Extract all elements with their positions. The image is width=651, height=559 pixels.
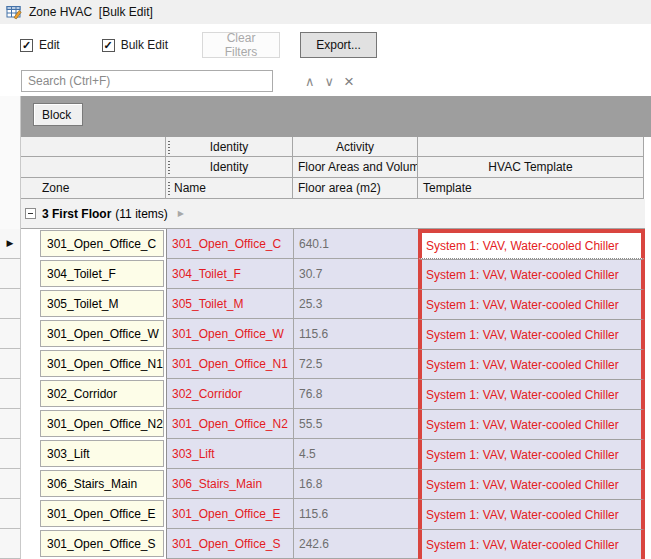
template-cell[interactable]: System 1: VAV, Water-cooled Chiller [418, 409, 645, 439]
table-row: ▶ 302_Corridor 302_Corridor 76.8 System … [0, 379, 651, 409]
edit-checkbox-label: Edit [39, 38, 60, 52]
zone-cell[interactable]: 304_Toilet_F [40, 260, 164, 287]
floor-area-cell[interactable]: 115.6 [293, 319, 418, 349]
group-indent [21, 499, 40, 529]
zone-cell[interactable]: 301_Open_Office_C [40, 230, 164, 257]
clear-filters-button[interactable]: Clear Filters [202, 32, 280, 58]
group-indent [21, 409, 40, 439]
row-selector[interactable]: ▶ [0, 229, 21, 259]
zone-cell[interactable]: 301_Open_Office_E [40, 500, 164, 527]
name-column-header[interactable]: Name [165, 178, 292, 199]
block-group-button[interactable]: Block [33, 103, 83, 126]
table-row: ▶ 301_Open_Office_E 301_Open_Office_E 11… [0, 499, 651, 529]
search-input[interactable] [21, 70, 273, 92]
right-chevron-icon[interactable]: ▶ [178, 209, 184, 218]
name-cell[interactable]: 301_Open_Office_N1 [166, 349, 293, 379]
row-selector[interactable]: ▶ [0, 289, 21, 319]
group-indent [21, 529, 40, 559]
check-icon: ✓ [104, 40, 113, 51]
group-item-count: (11 items) [115, 207, 167, 221]
search-controls: ∧ ∨ × [305, 66, 354, 96]
zone-cell[interactable]: 305_Toilet_M [40, 290, 164, 317]
chevron-up-icon[interactable]: ∧ [305, 75, 315, 88]
zone-cell[interactable]: 303_Lift [40, 440, 164, 467]
group-indent [21, 379, 40, 409]
template-cell[interactable]: System 1: VAV, Water-cooled Chiller [418, 499, 645, 529]
table-row: ▶ 304_Toilet_F 304_Toilet_F 30.7 System … [0, 259, 651, 289]
edit-checkbox[interactable]: ✓ [20, 39, 33, 52]
drag-handle-icon[interactable] [168, 182, 170, 195]
drag-handle-icon[interactable] [168, 141, 170, 154]
template-cell[interactable]: System 1: VAV, Water-cooled Chiller [418, 349, 645, 379]
zone-column-header[interactable]: Zone [21, 178, 165, 199]
zone-cell[interactable]: 301_Open_Office_S [40, 530, 164, 557]
name-cell[interactable]: 305_Toilet_M [166, 289, 293, 319]
row-selector[interactable]: ▶ [0, 349, 21, 379]
template-cell[interactable]: System 1: VAV, Water-cooled Chiller [418, 319, 645, 349]
header-identity-subcategory[interactable]: Identity [165, 157, 292, 178]
row-selector[interactable]: ▶ [0, 529, 21, 559]
close-icon[interactable]: × [344, 73, 354, 90]
drag-handle-icon[interactable] [168, 161, 170, 174]
current-row-arrow-icon: ▶ [7, 239, 14, 248]
template-cell[interactable]: System 1: VAV, Water-cooled Chiller [418, 289, 645, 319]
group-name: 3 First Floor [42, 207, 111, 221]
group-indent [21, 469, 40, 499]
group-indent [21, 229, 40, 259]
floor-area-cell[interactable]: 16.8 [293, 469, 418, 499]
name-cell[interactable]: 301_Open_Office_W [166, 319, 293, 349]
zone-cell[interactable]: 301_Open_Office_N2 [40, 410, 164, 437]
header-activity-category[interactable]: Activity [292, 137, 417, 157]
zone-cell[interactable]: 301_Open_Office_N1 [40, 350, 164, 377]
header-row-columns: Zone Name Floor area (m2) Template [21, 178, 651, 199]
zone-cell[interactable]: 302_Corridor [40, 380, 164, 407]
row-selector[interactable]: ▶ [0, 259, 21, 289]
floor-area-cell[interactable]: 242.6 [293, 529, 418, 559]
template-cell[interactable]: System 1: VAV, Water-cooled Chiller [418, 229, 645, 259]
grouping-band: Block [0, 96, 651, 137]
check-icon: ✓ [22, 40, 31, 51]
header-floor-areas-subcategory[interactable]: Floor Areas and Volum [292, 157, 417, 178]
row-selector[interactable]: ▶ [0, 499, 21, 529]
floor-area-cell[interactable]: 640.1 [293, 229, 418, 259]
template-cell[interactable]: System 1: VAV, Water-cooled Chiller [418, 529, 645, 559]
chevron-down-icon[interactable]: ∨ [325, 75, 335, 88]
floor-area-cell[interactable]: 25.3 [293, 289, 418, 319]
name-cell[interactable]: 303_Lift [166, 439, 293, 469]
floor-area-cell[interactable]: 55.5 [293, 409, 418, 439]
table-row: ▶ 303_Lift 303_Lift 4.5 System 1: VAV, W… [0, 439, 651, 469]
row-selector[interactable]: ▶ [0, 469, 21, 499]
name-cell[interactable]: 302_Corridor [166, 379, 293, 409]
zone-cell[interactable]: 301_Open_Office_W [40, 320, 164, 347]
floor-area-cell[interactable]: 4.5 [293, 439, 418, 469]
row-selector[interactable]: ▶ [0, 439, 21, 469]
floor-area-cell[interactable]: 72.5 [293, 349, 418, 379]
name-cell[interactable]: 301_Open_Office_S [166, 529, 293, 559]
header-identity-category[interactable]: Identity [165, 137, 292, 157]
name-cell[interactable]: 301_Open_Office_C [166, 229, 293, 259]
row-selector[interactable]: ▶ [0, 409, 21, 439]
row-selector[interactable]: ▶ [0, 319, 21, 349]
name-cell[interactable]: 301_Open_Office_E [166, 499, 293, 529]
floor-area-cell[interactable]: 30.7 [293, 259, 418, 289]
table-row: ▶ 305_Toilet_M 305_Toilet_M 25.3 System … [0, 289, 651, 319]
export-button[interactable]: Export... [300, 32, 377, 58]
name-cell[interactable]: 306_Stairs_Main [166, 469, 293, 499]
template-cell[interactable]: System 1: VAV, Water-cooled Chiller [418, 469, 645, 499]
floor-area-cell[interactable]: 115.6 [293, 499, 418, 529]
template-column-header[interactable]: Template [417, 178, 644, 199]
collapse-group-icon[interactable] [25, 208, 36, 219]
header-hvac-template-subcategory[interactable]: HVAC Template [417, 157, 644, 178]
name-cell[interactable]: 304_Toilet_F [166, 259, 293, 289]
bulk-edit-checkbox[interactable]: ✓ [102, 39, 115, 52]
floor-area-column-header[interactable]: Floor area (m2) [292, 178, 417, 199]
template-cell[interactable]: System 1: VAV, Water-cooled Chiller [418, 379, 645, 409]
template-cell[interactable]: System 1: VAV, Water-cooled Chiller [418, 259, 645, 289]
zone-cell[interactable]: 306_Stairs_Main [40, 470, 164, 497]
table-row: ▶ 306_Stairs_Main 306_Stairs_Main 16.8 S… [0, 469, 651, 499]
template-cell[interactable]: System 1: VAV, Water-cooled Chiller [418, 439, 645, 469]
row-selector[interactable]: ▶ [0, 379, 21, 409]
name-cell[interactable]: 301_Open_Office_N2 [166, 409, 293, 439]
floor-area-cell[interactable]: 76.8 [293, 379, 418, 409]
header-blank [417, 137, 644, 157]
